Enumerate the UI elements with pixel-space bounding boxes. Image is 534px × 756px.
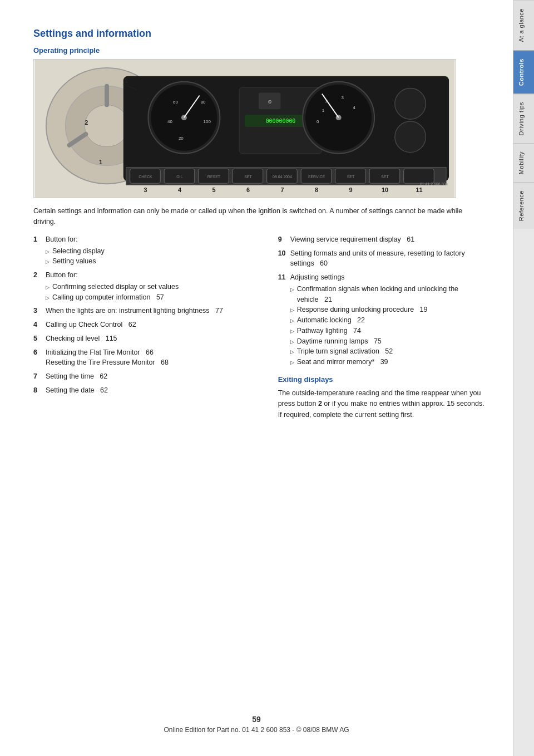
svg-text:40: 40 (167, 119, 172, 124)
svg-text:60: 60 (173, 100, 178, 105)
item-content-6: Initializing the Flat Tire Monitor 66 Re… (46, 347, 261, 369)
sub-list-1: Selecting display Setting values (46, 246, 261, 267)
list-item-10: 10 Setting formats and units of measure,… (278, 248, 485, 269)
svg-text:SET: SET (244, 175, 252, 179)
item-num-5: 5 (33, 333, 42, 344)
sidebar-tab-controls[interactable]: Controls (513, 50, 535, 94)
item-num-1: 1 (33, 234, 42, 267)
svg-text:8: 8 (315, 186, 318, 193)
item-num-2: 2 (33, 270, 42, 302)
svg-text:2: 2 (85, 119, 88, 126)
svg-text:4: 4 (353, 105, 355, 110)
exiting-section: Exiting displays The outside-temperature… (278, 375, 485, 420)
item-num-10: 10 (278, 248, 287, 269)
list-item-5: 5 Checking oil level 115 (33, 333, 261, 344)
list-item-2: 2 Button for: Confirming selected displa… (33, 270, 261, 302)
svg-text:SET: SET (381, 175, 389, 179)
main-content: Settings and information Operating princ… (0, 0, 513, 756)
item-content-11: Adjusting settings Confirmation signals … (290, 272, 485, 367)
item-num-4: 4 (33, 320, 42, 330)
svg-text:100: 100 (204, 119, 211, 124)
left-column: 1 Button for: Selecting display Setting … (33, 234, 261, 420)
svg-text:CHECK: CHECK (139, 175, 152, 179)
svg-text:5: 5 (212, 186, 215, 193)
exiting-title: Exiting displays (278, 375, 485, 384)
svg-point-3 (85, 105, 128, 146)
sub-item: Automatic locking 22 (290, 315, 485, 326)
svg-text:OIL: OIL (176, 175, 182, 179)
svg-text:6: 6 (246, 186, 250, 193)
right-column: 9 Viewing service requirement display 61… (278, 234, 485, 420)
item-content-4: Calling up Check Control 62 (46, 320, 261, 330)
sub-item: Confirming selected display or set value… (46, 282, 261, 292)
list-item-8: 8 Setting the date 62 (33, 385, 261, 396)
item-content-1: Button for: Selecting display Setting va… (46, 234, 261, 267)
sub-item: Selecting display (46, 246, 261, 257)
svg-text:10: 10 (382, 186, 388, 193)
sub-list-2: Confirming selected display or set value… (46, 282, 261, 303)
list-item-4: 4 Calling up Check Control 62 (33, 320, 261, 330)
section-title: Settings and information (33, 28, 485, 40)
item-content-9: Viewing service requirement display 61 (290, 234, 485, 245)
svg-rect-42 (404, 169, 434, 183)
item-content-2: Button for: Confirming selected display … (46, 270, 261, 302)
page-footer: 59 Online Edition for Part no. 01 41 2 6… (0, 715, 513, 734)
subsection-title: Operating principle (33, 46, 485, 55)
svg-point-32 (395, 121, 426, 153)
sub-item: Setting values (46, 256, 261, 267)
item-num-3: 3 (33, 306, 42, 316)
list-item-11: 11 Adjusting settings Confirmation signa… (278, 272, 485, 367)
item-num-8: 8 (33, 385, 42, 396)
item-num-9: 9 (278, 234, 287, 245)
list-item-7: 7 Setting the time 62 (33, 371, 261, 382)
svg-text:1: 1 (125, 77, 128, 84)
sidebar-tab-at-a-glance[interactable]: At a glance (513, 0, 535, 50)
sidebar-tab-mobility[interactable]: Mobility (513, 143, 535, 182)
svg-point-31 (395, 89, 426, 120)
item-content-5: Checking oil level 115 (46, 333, 261, 344)
numbered-list-right: 9 Viewing service requirement display 61… (278, 234, 485, 367)
svg-text:1: 1 (99, 159, 102, 165)
sub-item: Confirmation signals when locking and un… (290, 284, 485, 305)
svg-text:08.04.2004: 08.04.2004 (273, 175, 292, 179)
list-item-1: 1 Button for: Selecting display Setting … (33, 234, 261, 267)
svg-text:RESET: RESET (207, 175, 221, 179)
exiting-paragraph: The outside-temperature reading and the … (278, 388, 485, 420)
sub-item: Response during unlocking procedure 19 (290, 305, 485, 315)
item-content-3: When the lights are on: instrument light… (46, 306, 261, 316)
sub-item: Calling up computer information 57 (46, 292, 261, 303)
svg-text:1: 1 (322, 108, 325, 113)
svg-text:3: 3 (144, 186, 147, 193)
svg-text:⚙: ⚙ (268, 99, 272, 105)
svg-text:3: 3 (342, 95, 344, 100)
sub-item: Pathway lighting 74 (290, 326, 485, 336)
item-content-8: Setting the date 62 (46, 385, 261, 396)
item-num-7: 7 (33, 371, 42, 382)
sidebar: At a glance Controls Driving tips Mobili… (513, 0, 534, 756)
sidebar-tab-reference[interactable]: Reference (513, 182, 535, 229)
item-num-11: 11 (278, 272, 287, 367)
list-item-3: 3 When the lights are on: instrument lig… (33, 306, 261, 316)
svg-text:01 41 2 606 904: 01 41 2 606 904 (420, 182, 448, 186)
svg-text:9: 9 (349, 186, 352, 193)
footer-text: Online Edition for Part no. 01 41 2 600 … (164, 726, 349, 734)
svg-text:4: 4 (178, 186, 181, 193)
svg-text:80: 80 (201, 100, 206, 105)
svg-text:0: 0 (317, 119, 319, 124)
svg-text:SERVICE: SERVICE (308, 175, 325, 179)
svg-text:11: 11 (416, 186, 422, 193)
svg-text:000000000: 000000000 (266, 118, 296, 124)
sub-item: Triple turn signal activation 52 (290, 346, 485, 357)
sidebar-tab-driving-tips[interactable]: Driving tips (513, 94, 535, 143)
page-number: 59 (0, 715, 513, 724)
item-content-7: Setting the time 62 (46, 371, 261, 382)
svg-text:SET: SET (347, 175, 355, 179)
list-item-6: 6 Initializing the Flat Tire Monitor 66 … (33, 347, 261, 369)
item-content-10: Setting formats and units of measure, re… (290, 248, 485, 269)
list-item-9: 9 Viewing service requirement display 61 (278, 234, 485, 245)
sub-list-11: Confirmation signals when locking and un… (290, 284, 485, 367)
item-num-6: 6 (33, 347, 42, 369)
svg-text:20: 20 (179, 136, 184, 141)
sub-item: Daytime running lamps 75 (290, 336, 485, 347)
two-column-list: 1 Button for: Selecting display Setting … (33, 234, 485, 420)
